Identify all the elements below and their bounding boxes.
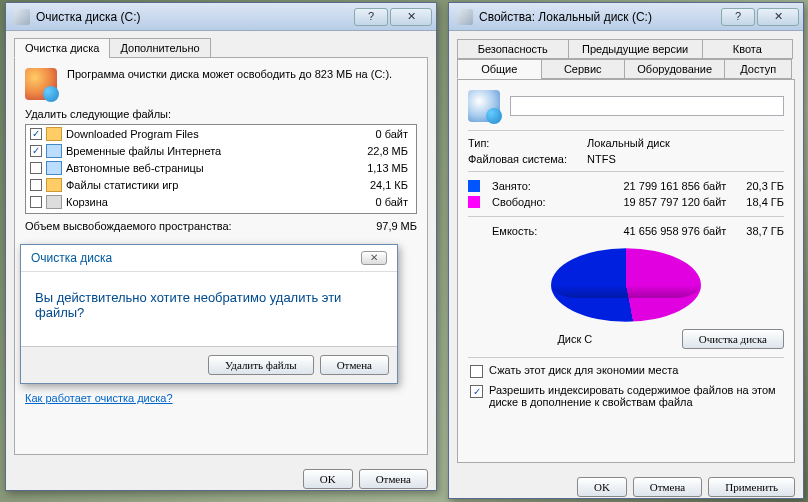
fs-value: NTFS: [587, 153, 784, 165]
help-link[interactable]: Как работает очистка диска?: [25, 392, 173, 404]
cancel-button[interactable]: Отмена: [633, 477, 702, 497]
cleanup-icon: [25, 68, 57, 100]
used-gb: 20,3 ГБ: [746, 180, 784, 192]
cap-label: Емкость:: [492, 225, 537, 237]
file-icon: [46, 144, 62, 158]
checkbox[interactable]: ✓: [30, 128, 42, 140]
free-label: Свободно:: [492, 196, 546, 208]
list-item[interactable]: Корзина 0 байт: [26, 193, 416, 210]
freed-value: 97,9 МБ: [376, 220, 417, 232]
tab-hardware[interactable]: Оборудование: [624, 59, 725, 79]
type-value: Локальный диск: [587, 137, 784, 149]
free-bytes: 19 857 797 120 байт: [556, 196, 727, 208]
list-item[interactable]: ✓ Временные файлы Интернета 22,8 МБ: [26, 142, 416, 159]
tab-security[interactable]: Безопасность: [457, 39, 569, 59]
ok-button[interactable]: OK: [577, 477, 627, 497]
tab-cleanup[interactable]: Очистка диска: [14, 38, 110, 58]
pie-label: Диск C: [468, 333, 682, 345]
free-gb: 18,4 ГБ: [746, 196, 784, 208]
confirm-question: Вы действительно хотите необратимо удали…: [21, 272, 397, 346]
apply-button[interactable]: Применить: [708, 477, 795, 497]
ok-button[interactable]: OK: [303, 469, 353, 489]
tab-strip: Очистка диска Дополнительно: [14, 38, 428, 58]
window-title: Свойства: Локальный диск (C:): [479, 10, 719, 24]
tab-prevversions[interactable]: Предыдущие версии: [568, 39, 703, 59]
index-label: Разрешить индексировать содержимое файло…: [489, 384, 782, 408]
confirm-cancel-button[interactable]: Отмена: [320, 355, 389, 375]
list-item[interactable]: Файлы статистики игр 24,1 КБ: [26, 176, 416, 193]
folder-icon: [46, 127, 62, 141]
folder-icon: [46, 178, 62, 192]
close-button[interactable]: ✕: [390, 8, 432, 26]
drive-properties-dialog: Свойства: Локальный диск (C:) ? ✕ Безопа…: [448, 2, 804, 499]
tab-advanced[interactable]: Дополнительно: [109, 38, 210, 58]
fs-label: Файловая система:: [468, 153, 567, 165]
cleanup-button[interactable]: Очистка диска: [682, 329, 784, 349]
confirm-title: Очистка диска: [31, 251, 112, 265]
list-item[interactable]: ✓ Downloaded Program Files 0 байт: [26, 125, 416, 142]
tab-sharing[interactable]: Доступ: [724, 59, 792, 79]
help-button[interactable]: ?: [721, 8, 755, 26]
cancel-button[interactable]: Отмена: [359, 469, 428, 489]
list-item[interactable]: Автономные веб-страницы 1,13 МБ: [26, 159, 416, 176]
disk-usage-pie: [551, 248, 701, 322]
used-color-swatch: [468, 180, 480, 192]
index-checkbox[interactable]: ✓: [470, 385, 483, 398]
tab-quota[interactable]: Квота: [702, 39, 793, 59]
window-title: Очистка диска (C:): [36, 10, 352, 24]
intro-text: Программа очистки диска может освободить…: [67, 68, 417, 80]
recycle-icon: [46, 195, 62, 209]
compress-label: Сжать этот диск для экономии места: [489, 364, 678, 376]
cap-bytes: 41 656 958 976 байт: [547, 225, 726, 237]
titlebar[interactable]: Свойства: Локальный диск (C:) ? ✕: [449, 3, 803, 31]
close-icon[interactable]: ✕: [361, 251, 387, 265]
used-bytes: 21 799 161 856 байт: [556, 180, 727, 192]
titlebar[interactable]: Очистка диска (C:) ? ✕: [6, 3, 436, 31]
space-table: Занято: 21 799 161 856 байт 20,3 ГБ Своб…: [468, 180, 784, 208]
help-button[interactable]: ?: [354, 8, 388, 26]
cap-gb: 38,7 ГБ: [746, 225, 784, 237]
drive-icon: [457, 9, 473, 25]
checkbox[interactable]: [30, 196, 42, 208]
checkbox[interactable]: [30, 162, 42, 174]
type-label: Тип:: [468, 137, 567, 149]
checkbox[interactable]: [30, 179, 42, 191]
tab-service[interactable]: Сервис: [541, 59, 626, 79]
used-label: Занято:: [492, 180, 546, 192]
confirm-dialog: Очистка диска ✕ Вы действительно хотите …: [20, 244, 398, 384]
tab-general[interactable]: Общие: [457, 59, 542, 79]
confirm-delete-button[interactable]: Удалить файлы: [208, 355, 314, 375]
delete-files-label: Удалить следующие файлы:: [25, 108, 417, 120]
drive-big-icon: [468, 90, 500, 122]
compress-checkbox[interactable]: [470, 365, 483, 378]
file-list[interactable]: ✓ Downloaded Program Files 0 байт ✓ Врем…: [25, 124, 417, 214]
file-icon: [46, 161, 62, 175]
free-color-swatch: [468, 196, 480, 208]
checkbox[interactable]: ✓: [30, 145, 42, 157]
close-button[interactable]: ✕: [757, 8, 799, 26]
drive-name-input[interactable]: [510, 96, 784, 116]
freed-label: Объем высвобождаемого пространства:: [25, 220, 232, 232]
app-icon: [14, 9, 30, 25]
